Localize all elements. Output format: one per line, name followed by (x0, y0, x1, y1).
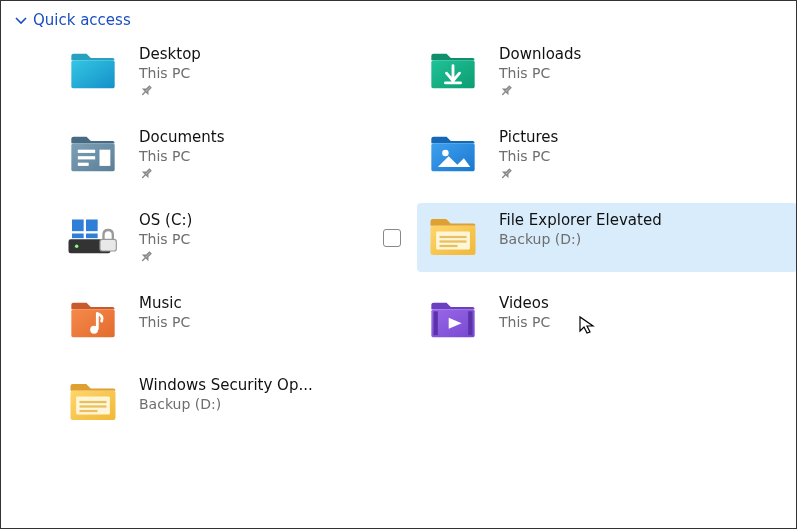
svg-rect-5 (78, 163, 89, 166)
pin-icon (136, 248, 157, 269)
svg-rect-13 (72, 234, 84, 239)
svg-rect-3 (78, 150, 95, 153)
item-name-label: Desktop (139, 45, 201, 63)
quick-access-item[interactable]: Desktop This PC (57, 37, 417, 106)
svg-rect-29 (80, 405, 107, 407)
svg-rect-18 (440, 236, 467, 238)
quick-access-grid: Desktop This PC Downloads This PC (1, 35, 796, 448)
item-name-label: Music (139, 294, 190, 312)
svg-rect-11 (72, 220, 84, 232)
pin-icon (496, 165, 517, 186)
svg-rect-12 (86, 220, 98, 232)
item-location-label: This PC (499, 65, 581, 81)
item-location-label: This PC (499, 148, 558, 164)
item-name-label: Documents (139, 128, 225, 146)
quick-access-item[interactable]: Music This PC (57, 286, 417, 354)
item-location-label: This PC (499, 314, 550, 330)
quick-access-item[interactable]: Windows Security Op... Backup (D:) (57, 368, 417, 436)
pin-icon (496, 82, 517, 103)
chevron-down-icon (15, 14, 27, 26)
item-location-label: This PC (139, 314, 190, 330)
svg-rect-15 (100, 239, 116, 251)
os-drive-icon (65, 209, 121, 265)
item-location-label: This PC (139, 231, 192, 247)
svg-point-10 (75, 245, 79, 249)
quick-access-item[interactable]: File Explorer Elevated Backup (D:) (417, 203, 797, 272)
videos-icon (425, 292, 481, 348)
svg-point-8 (442, 150, 449, 157)
quick-access-title: Quick access (33, 11, 131, 29)
quick-access-item[interactable]: OS (C:) This PC (57, 203, 417, 272)
item-location-label: Backup (D:) (499, 231, 662, 247)
downloads-icon (425, 43, 481, 99)
svg-rect-24 (434, 311, 438, 335)
item-location-label: This PC (139, 65, 201, 81)
item-location-label: This PC (139, 148, 225, 164)
folder-icon (65, 374, 121, 430)
desktop-icon (65, 43, 121, 99)
documents-icon (65, 126, 121, 182)
folder-icon (425, 209, 481, 265)
svg-rect-6 (100, 150, 111, 166)
item-name-label: File Explorer Elevated (499, 211, 662, 229)
music-icon (65, 292, 121, 348)
svg-rect-28 (80, 401, 107, 403)
pictures-icon (425, 126, 481, 182)
svg-rect-0 (71, 60, 114, 88)
pin-icon (136, 82, 157, 103)
quick-access-item[interactable]: Pictures This PC (417, 120, 797, 189)
pin-icon (136, 165, 157, 186)
item-name-label: Windows Security Op... (139, 376, 313, 394)
item-name-label: OS (C:) (139, 211, 192, 229)
quick-access-item[interactable]: Downloads This PC (417, 37, 797, 106)
item-name-label: Videos (499, 294, 550, 312)
svg-rect-20 (440, 245, 458, 247)
quick-access-item[interactable]: Documents This PC (57, 120, 417, 189)
svg-rect-19 (440, 240, 467, 242)
svg-rect-4 (78, 156, 95, 159)
item-name-label: Pictures (499, 128, 558, 146)
quick-access-header[interactable]: Quick access (1, 1, 796, 35)
svg-rect-25 (468, 311, 472, 335)
quick-access-item[interactable]: Videos This PC (417, 286, 797, 354)
item-name-label: Downloads (499, 45, 581, 63)
svg-rect-14 (86, 234, 98, 239)
item-location-label: Backup (D:) (139, 396, 313, 412)
svg-point-22 (90, 326, 98, 334)
svg-rect-7 (431, 143, 474, 171)
selection-checkbox[interactable] (383, 229, 401, 247)
svg-rect-30 (80, 410, 98, 412)
